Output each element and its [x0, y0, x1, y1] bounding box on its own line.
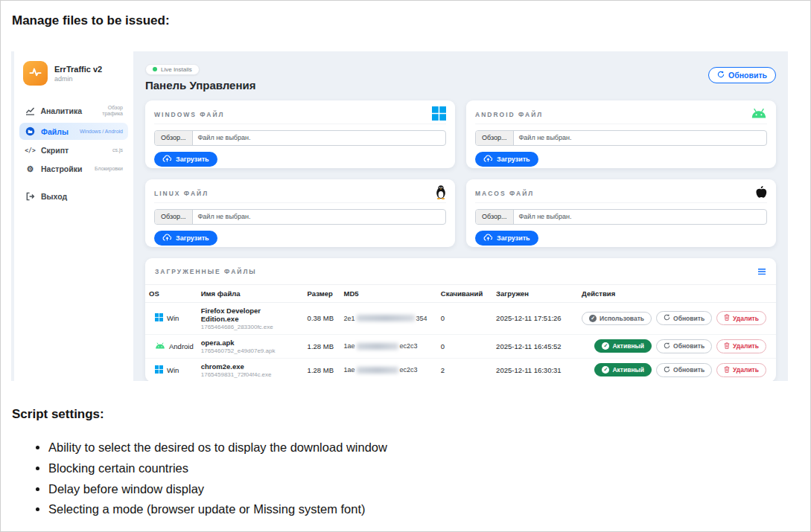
column-header-filename: Имя файла — [197, 284, 304, 302]
upload-cloud-icon — [483, 234, 493, 243]
browse-button[interactable]: Обзор... — [155, 131, 193, 145]
update-file-button[interactable]: Обновить — [656, 363, 712, 377]
refresh-icon — [664, 314, 670, 322]
delete-file-button[interactable]: Удалить — [716, 363, 766, 377]
file-chosen-label: Файл не выбран. — [514, 213, 577, 220]
column-header-os: OS — [145, 284, 197, 302]
os-label: Win — [167, 366, 179, 374]
file-input[interactable]: Обзор... Файл не выбран. — [154, 209, 446, 225]
refresh-panel-button[interactable]: Обновить — [708, 67, 776, 83]
file-size: 0.38 MB — [304, 302, 340, 334]
table-row: Android opera.apk 1765460752_e49d07e9.ap… — [145, 334, 776, 358]
download-count: 0 — [437, 302, 492, 334]
browse-button[interactable]: Обзор... — [155, 210, 193, 224]
refresh-icon — [664, 366, 670, 374]
refresh-icon — [717, 71, 725, 80]
app-logo — [23, 61, 48, 86]
chart-icon — [25, 107, 35, 115]
file-input[interactable]: Обзор... Файл не выбран. — [475, 130, 767, 146]
file-display-name: Firefox Developer Edition.exe — [201, 307, 300, 323]
column-header-uploaded: Загружен — [492, 284, 578, 302]
sidebar-item-label: Скрипт — [41, 146, 69, 155]
browse-button[interactable]: Обзор... — [476, 210, 514, 224]
update-file-button[interactable]: Обновить — [656, 311, 712, 325]
card-title: ANDROID ФАЙЛ — [475, 111, 543, 118]
activity-pulse-icon — [28, 65, 42, 82]
file-system-name: 1765459831_72f04f4c.exe — [201, 371, 300, 378]
logout-icon — [25, 192, 36, 201]
upload-label: Загрузить — [497, 234, 530, 242]
refresh-icon — [664, 342, 670, 350]
update-file-button[interactable]: Обновить — [656, 339, 712, 353]
trash-icon — [724, 366, 730, 374]
upload-button[interactable]: Загрузить — [475, 231, 538, 246]
use-file-button[interactable]: ✓ Использовать — [582, 312, 652, 325]
file-input[interactable]: Обзор... Файл не выбран. — [475, 209, 767, 225]
upload-card-android: ANDROID ФАЙЛ Обзор... Файл не выбран. — [466, 100, 776, 168]
column-header-actions: Действия — [578, 284, 776, 302]
upload-button[interactable]: Загрузить — [154, 152, 217, 167]
heading-script-settings: Script settings: — [12, 407, 104, 422]
sidebar-item-hint: Блокировки — [95, 166, 123, 172]
file-size: 1.28 MB — [304, 334, 340, 358]
download-count: 2 — [437, 358, 492, 381]
file-chosen-label: Файл не выбран. — [193, 134, 256, 141]
upload-button[interactable]: Загрузить — [475, 152, 538, 167]
sidebar-item-label: Настройки — [41, 164, 82, 173]
upload-cloud-icon — [483, 155, 493, 164]
column-header-downloads: Скачиваний — [437, 284, 492, 302]
panel-title: Панель Управления — [145, 79, 776, 92]
file-chosen-label: Файл не выбран. — [193, 213, 256, 220]
sidebar: ErrTraffic v2 admin Аналитика Обзор траф… — [14, 51, 133, 381]
sidebar-item-analytics[interactable]: Аналитика Обзор трафика — [19, 101, 128, 121]
main-content: Live Installs Панель Управления Обновить… — [133, 51, 788, 381]
sidebar-menu: Аналитика Обзор трафика Файлы Windows / … — [14, 101, 133, 205]
windows-os-icon — [155, 313, 163, 323]
uploaded-timestamp: 2025-12-11 16:30:31 — [492, 358, 578, 381]
md5-end: ec2c3 — [400, 342, 418, 350]
card-title: LINUX ФАЙЛ — [154, 190, 209, 197]
upload-cards-grid: WINDOWS ФАЙЛ Обзор... Файл не выбран. — [145, 100, 776, 247]
uploaded-files-card: ЗАГРУЖЕННЫЕ ФАЙЛЫ OS Имя файла Размер MD… — [145, 258, 776, 382]
delete-file-button[interactable]: Удалить — [716, 311, 766, 325]
upload-cloud-icon — [162, 155, 172, 164]
file-input[interactable]: Обзор... Файл не выбран. — [154, 130, 446, 146]
sidebar-item-label: Файлы — [41, 127, 69, 136]
md5-redacted-blur — [357, 315, 415, 321]
sidebar-item-logout[interactable]: Выход — [19, 188, 128, 205]
android-logo-icon — [751, 108, 767, 121]
upload-label: Загрузить — [497, 156, 530, 163]
upload-label: Загрузить — [176, 234, 209, 242]
update-file-label: Обновить — [673, 315, 705, 322]
download-count: 0 — [437, 334, 492, 358]
active-status-label: Активный — [612, 342, 644, 350]
sidebar-item-script[interactable]: </> Скрипт cs.js — [19, 142, 128, 158]
uploaded-files-table: OS Имя файла Размер MD5 Скачиваний Загру… — [145, 284, 776, 382]
upload-button[interactable]: Загрузить — [154, 231, 217, 246]
md5-start: 1ae — [344, 366, 355, 374]
os-label: Win — [167, 314, 179, 322]
windows-logo-icon — [432, 106, 446, 124]
trash-icon — [724, 342, 730, 350]
table-row: Win chrom2e.exe 1765459831_72f04f4c.exe … — [145, 358, 776, 381]
active-status-button[interactable]: ✓ Активный — [594, 363, 652, 376]
refresh-label: Обновить — [728, 71, 767, 80]
uploaded-timestamp: 2025-12-11 16:45:52 — [492, 334, 578, 358]
browse-button[interactable]: Обзор... — [476, 131, 514, 145]
code-icon: </> — [25, 147, 36, 154]
active-status-button[interactable]: ✓ Активный — [594, 339, 652, 353]
delete-file-button[interactable]: Удалить — [716, 339, 766, 353]
live-installs-label: Live Installs — [161, 66, 192, 73]
android-os-icon — [155, 342, 165, 350]
upload-card-windows: WINDOWS ФАЙЛ Обзор... Файл не выбран. — [145, 100, 455, 168]
linux-tux-icon — [436, 185, 446, 202]
list-item: Delay before window display — [48, 482, 387, 497]
files-icon — [25, 126, 36, 136]
uploaded-timestamp: 2025-12-11 17:51:26 — [492, 302, 578, 334]
check-circle-icon: ✓ — [602, 366, 609, 374]
brand: ErrTraffic v2 admin — [14, 51, 133, 92]
heading-manage-files: Manage files to be issued: — [12, 13, 170, 28]
trash-icon — [724, 314, 730, 322]
sidebar-item-settings[interactable]: ⚙ Настройки Блокировки — [19, 161, 128, 177]
sidebar-item-files[interactable]: Файлы Windows / Android — [19, 123, 128, 140]
